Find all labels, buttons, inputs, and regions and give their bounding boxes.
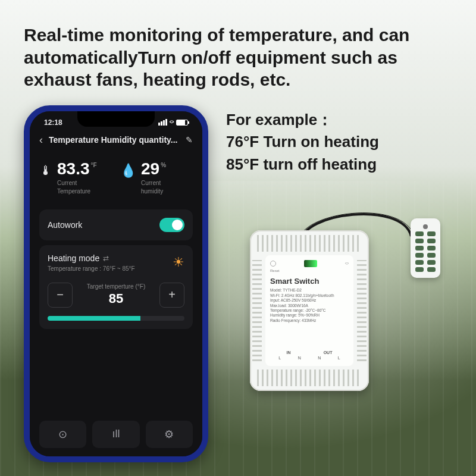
spec-model: Model: TYTHE-D2 bbox=[270, 288, 349, 293]
autowork-card: Autowork bbox=[39, 209, 193, 240]
autowork-toggle[interactable] bbox=[159, 218, 184, 232]
app-screen: 12:18 ⌔ ‹ Temperature Humidity quantity.… bbox=[30, 111, 202, 456]
status-led-icon bbox=[304, 260, 317, 267]
example-text: For example： 76°F Turn on heating 85°F t… bbox=[226, 109, 452, 176]
spec-temp: Temperature range: -20°C~80°C bbox=[270, 308, 349, 313]
droplet-icon: 💧 bbox=[120, 163, 136, 178]
wifi-icon: ⌔ bbox=[170, 118, 174, 127]
phone-mockup: 12:18 ⌔ ‹ Temperature Humidity quantity.… bbox=[24, 105, 208, 462]
nav-settings-button[interactable]: ⚙ bbox=[146, 421, 193, 448]
io-out-l: L bbox=[338, 355, 340, 361]
spec-rf: Radio Frequency: 433MHz bbox=[270, 318, 349, 323]
sensor-lens-icon bbox=[423, 224, 428, 229]
title-bar: ‹ Temperature Humidity quantity... ✎ bbox=[39, 130, 193, 155]
reset-label: Reset bbox=[270, 269, 349, 274]
sensor-module bbox=[411, 218, 440, 278]
bottom-nav: ⊙ ıll ⚙ bbox=[39, 421, 193, 448]
spec-hum: Humidity range: 5%~90%RH bbox=[270, 313, 349, 318]
spec-input: Input: AC85-250V 50/60Hz bbox=[270, 298, 349, 303]
thermometer-icon: 🌡 bbox=[39, 163, 52, 178]
example-line1: 76°F Turn on heating bbox=[226, 131, 452, 154]
io-out-n: N bbox=[318, 355, 321, 361]
temperature-unit: °F bbox=[91, 162, 97, 168]
edit-icon[interactable]: ✎ bbox=[186, 135, 193, 145]
heating-mode-card: Heating mode ⇄ Temperature range : 76°F … bbox=[39, 245, 193, 329]
humidity-metric: 💧 29 % Current humidity bbox=[120, 159, 193, 195]
headline: Real-time monitoring of temperature, and… bbox=[24, 24, 452, 91]
mode-range: Temperature range : 76°F ~ 85°F bbox=[48, 265, 135, 272]
io-in-l: L bbox=[278, 355, 281, 361]
io-in-n: N bbox=[298, 355, 301, 361]
device-brand: Smart Switch bbox=[270, 277, 349, 287]
humidity-value: 29 bbox=[141, 159, 159, 178]
temperature-value: 83.3 bbox=[57, 159, 90, 178]
signal-icon bbox=[158, 119, 167, 126]
io-out: OUT bbox=[324, 350, 333, 355]
battery-icon bbox=[176, 120, 188, 126]
wifi-icon: ⌔ bbox=[345, 260, 349, 268]
back-icon[interactable]: ‹ bbox=[39, 134, 43, 146]
humidity-label2: humidity bbox=[141, 188, 166, 195]
reset-button[interactable] bbox=[270, 261, 276, 267]
status-time: 12:18 bbox=[44, 118, 62, 127]
target-progress[interactable] bbox=[48, 316, 184, 321]
status-icons: ⌔ bbox=[158, 118, 188, 127]
io-in: IN bbox=[287, 350, 291, 355]
mode-title: Heating mode bbox=[48, 253, 99, 263]
example-line2: 85°F turn off heating bbox=[226, 154, 452, 176]
example-title: For example： bbox=[226, 109, 452, 131]
sun-icon: ☀ bbox=[173, 255, 184, 270]
target-label: Target temperture (°F) bbox=[87, 283, 145, 290]
temperature-metric: 🌡 83.3 °F Current Temperature bbox=[39, 159, 112, 195]
autowork-label: Autowork bbox=[48, 220, 82, 230]
phone-notch bbox=[77, 111, 155, 127]
humidity-label1: Current bbox=[141, 180, 166, 187]
spec-load: Max.load: 3000W/16A bbox=[270, 303, 349, 308]
page-title: Temperature Humidity quantity... bbox=[49, 135, 180, 145]
nav-stats-button[interactable]: ıll bbox=[92, 421, 139, 448]
temperature-label1: Current bbox=[57, 180, 97, 187]
nav-timer-button[interactable]: ⊙ bbox=[39, 421, 86, 448]
increase-button[interactable]: + bbox=[159, 283, 184, 308]
swap-icon[interactable]: ⇄ bbox=[103, 254, 109, 262]
decrease-button[interactable]: − bbox=[48, 283, 73, 308]
spec-wifi: Wi-Fi: 2.4GHz 802.11b/g/n+bluetooth bbox=[270, 293, 349, 298]
target-value: 85 bbox=[87, 291, 145, 306]
temperature-label2: Temperature bbox=[57, 188, 97, 195]
smart-switch-device: ⌔ Reset Smart Switch Model: TYTHE-D2 Wi-… bbox=[250, 230, 369, 391]
humidity-unit: % bbox=[161, 162, 166, 168]
